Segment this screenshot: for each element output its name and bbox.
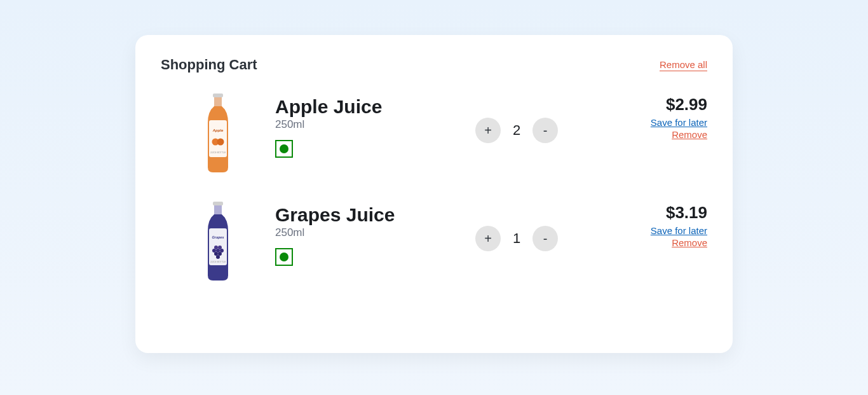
quantity-decrease-button[interactable]: - <box>532 226 558 251</box>
save-for-later-link[interactable]: Save for later <box>580 225 707 236</box>
svg-point-11 <box>214 246 218 249</box>
product-info: Grapes Juice 250ml <box>275 200 453 266</box>
svg-point-5 <box>217 139 224 146</box>
remove-all-link[interactable]: Remove all <box>660 59 707 71</box>
svg-rect-0 <box>213 94 223 97</box>
product-name: Grapes Juice <box>275 204 453 225</box>
save-for-later-link[interactable]: Save for later <box>580 117 707 128</box>
svg-rect-1 <box>214 97 222 106</box>
quantity-increase-button[interactable]: + <box>475 226 501 251</box>
veg-indicator-icon <box>275 248 293 266</box>
quantity-value: 1 <box>512 230 521 247</box>
product-image: Apple JUICE BOTTLE <box>161 92 275 175</box>
quantity-controls: + 1 - <box>453 200 580 251</box>
svg-text:JUICE BOTTLE: JUICE BOTTLE <box>210 261 226 263</box>
svg-text:Grapes: Grapes <box>212 235 224 239</box>
page-title: Shopping Cart <box>161 57 257 73</box>
price-section: $3.19 Save for later Remove <box>580 200 707 248</box>
shopping-cart-card: Shopping Cart Remove all Apple JUICE BOT… <box>135 35 733 353</box>
remove-item-link[interactable]: Remove <box>580 129 707 140</box>
svg-point-12 <box>218 246 222 249</box>
svg-rect-9 <box>209 228 227 265</box>
svg-point-17 <box>218 252 222 256</box>
cart-item: Grapes JUICE BOTTLE Grapes Juice 250ml +… <box>161 200 707 283</box>
svg-point-16 <box>214 252 218 256</box>
item-price: $3.19 <box>580 203 707 223</box>
quantity-value: 2 <box>512 122 521 139</box>
cart-header: Shopping Cart Remove all <box>161 57 707 73</box>
svg-point-13 <box>216 249 220 253</box>
product-name: Apple Juice <box>275 96 453 117</box>
veg-indicator-icon <box>275 140 293 158</box>
item-price: $2.99 <box>580 95 707 114</box>
quantity-controls: + 2 - <box>453 92 580 143</box>
quantity-decrease-button[interactable]: - <box>532 118 558 143</box>
product-image: Grapes JUICE BOTTLE <box>161 200 275 283</box>
price-section: $2.99 Save for later Remove <box>580 92 707 140</box>
svg-point-18 <box>216 255 220 259</box>
product-size: 250ml <box>275 118 453 131</box>
bottle-icon: Grapes JUICE BOTTLE <box>199 200 237 283</box>
remove-item-link[interactable]: Remove <box>580 237 707 248</box>
svg-text:Apple: Apple <box>212 128 224 132</box>
quantity-increase-button[interactable]: + <box>475 118 501 143</box>
bottle-icon: Apple JUICE BOTTLE <box>199 92 237 175</box>
svg-point-14 <box>212 249 216 253</box>
cart-item: Apple JUICE BOTTLE Apple Juice 250ml + 2… <box>161 92 707 175</box>
svg-rect-7 <box>213 202 223 205</box>
svg-rect-8 <box>214 205 222 214</box>
svg-point-15 <box>220 249 224 253</box>
product-size: 250ml <box>275 226 453 239</box>
svg-text:JUICE BOTTLE: JUICE BOTTLE <box>210 151 226 154</box>
product-info: Apple Juice 250ml <box>275 92 453 158</box>
